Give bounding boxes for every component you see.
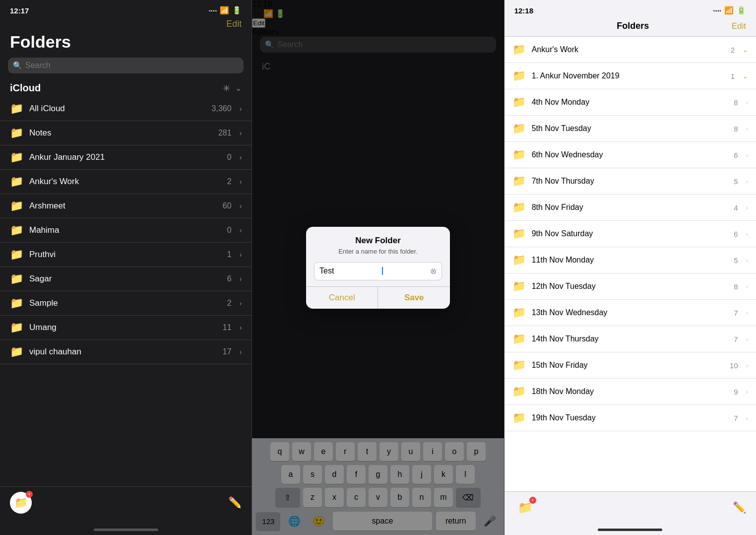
badge-1: +	[26, 491, 33, 498]
folder-count-3: 7	[734, 335, 738, 343]
folder-icon-3: 📁	[512, 411, 526, 424]
folder-item-arshmeet[interactable]: 📁 Arshmeet 60 ›	[0, 194, 252, 218]
folder-item-3-10[interactable]: 📁 13th Nov Wednesday 7 ›	[504, 300, 756, 326]
folder-name: Pruthvi	[29, 250, 221, 260]
folder-icon-3: 📁	[512, 69, 526, 82]
star-button-1[interactable]: ✳︎	[223, 83, 230, 94]
edit-button-3[interactable]: Edit	[732, 21, 746, 31]
chevron-right-icon: ›	[240, 299, 242, 307]
folder-item-ankur-jan[interactable]: 📁 Ankur January 2021 0 ›	[0, 145, 252, 170]
folder-count-3: 8	[734, 98, 738, 107]
status-bar-1: 12:17 ···· 📶 🔋	[0, 0, 252, 17]
folder-count: 2	[227, 299, 232, 308]
badge-3: +	[529, 497, 536, 504]
folder-count-3: 6	[734, 151, 738, 159]
signal-icon-3: ····	[713, 6, 721, 15]
folder-icon-3: 📁	[512, 306, 526, 319]
folder-item-pruthvi[interactable]: 📁 Pruthvi 1 ›	[0, 243, 252, 267]
status-bar-3: 12:18 ···· 📶 🔋	[504, 0, 756, 17]
folder-name: Mahima	[29, 225, 221, 235]
folder-item-3-4[interactable]: 📁 6th Nov Wednesday 6 ›	[504, 142, 756, 168]
folder-item-sample[interactable]: 📁 Sample 2 ›	[0, 291, 252, 316]
dialog-subtitle: Enter a name for this folder.	[314, 248, 442, 255]
folder-name-3: 4th Nov Monday	[532, 98, 728, 107]
folder-item-3-5[interactable]: 📁 7th Nov Thursday 5 ›	[504, 168, 756, 195]
folder-name-3: 19th Nov Tuesday	[532, 413, 728, 422]
folder-count: 17	[223, 347, 232, 356]
folder-item-3-14[interactable]: 📁 19th Nov Tuesday 7 ›	[504, 405, 756, 431]
chevron-right-icon: ›	[240, 251, 242, 259]
chevron-down-icon-3: ⌄	[743, 46, 748, 54]
folder-item-3-2[interactable]: 📁 4th Nov Monday 8 ›	[504, 89, 756, 116]
folder-icon-3: 📁	[512, 280, 526, 293]
new-folder-button-1[interactable]: 📁 +	[10, 492, 32, 514]
folder-count: 60	[223, 201, 232, 210]
folder-item-all-icloud[interactable]: 📁 All iCloud 3,360 ›	[0, 97, 252, 121]
folder-count-3: 10	[730, 361, 738, 370]
folder-name: Arshmeet	[29, 201, 217, 211]
dialog-input-row: Test ⊗	[306, 257, 450, 286]
folder-item-3-7[interactable]: 📁 9th Nov Saturday 6 ›	[504, 221, 756, 247]
folder-count: 0	[227, 153, 232, 162]
folder-name-3: 18th Nov Monday	[532, 387, 728, 396]
compose-button-1[interactable]: ✏️	[228, 496, 242, 509]
battery-icon-3: 🔋	[737, 6, 746, 15]
search-input-1[interactable]	[25, 61, 239, 70]
folder-item-notes[interactable]: 📁 Notes 281 ›	[0, 121, 252, 145]
status-icons-1: ···· 📶 🔋	[209, 6, 242, 15]
folder-icon-3: 📁	[512, 96, 526, 109]
folder-item-ankur-work[interactable]: 📁 Ankur's Work 2 ›	[0, 170, 252, 194]
folder-item-mahima[interactable]: 📁 Mahima 0 ›	[0, 218, 252, 243]
dialog-text-input[interactable]: Test ⊗	[314, 262, 442, 280]
folder-count-3: 7	[734, 414, 738, 422]
compose-button-3[interactable]: ✏️	[733, 501, 746, 514]
chevron-right-icon: ›	[240, 348, 242, 356]
folder-name-3: 9th Nov Saturday	[532, 229, 728, 238]
dialog-save-button[interactable]: Save	[378, 287, 450, 309]
folder-name-3: 12th Nov Tuesday	[532, 282, 728, 291]
folder-count: 3,360	[212, 104, 232, 113]
folder-item-umang[interactable]: 📁 Umang 11 ›	[0, 316, 252, 340]
folder-icon-3: 📁	[512, 385, 526, 398]
folder-item-3-13[interactable]: 📁 18th Nov Monday 9 ›	[504, 379, 756, 405]
folder-icon: 📁	[10, 272, 23, 285]
folder-name: Sagar	[29, 274, 221, 284]
bottom-bar-1: 📁 + ✏️	[0, 486, 252, 529]
folder-item-3-12[interactable]: 📁 15th Nov Friday 10 ›	[504, 352, 756, 379]
folder-name: vipul chauhan	[29, 347, 217, 357]
folder-list-3: 📁 Ankur's Work 2 ⌄ 📁 1. Ankur November 2…	[504, 37, 756, 491]
folder-item-3-9[interactable]: 📁 12th Nov Tuesday 8 ›	[504, 273, 756, 300]
clear-input-button[interactable]: ⊗	[430, 267, 437, 276]
bottom-bar-3: 📁 + ✏️	[504, 491, 756, 529]
folder-item-sagar[interactable]: 📁 Sagar 6 ›	[0, 267, 252, 291]
folder-item-3-3[interactable]: 📁 5th Nov Tuesday 8 ›	[504, 116, 756, 142]
chevron-right-icon-3: ›	[746, 204, 748, 211]
section-actions-1: ✳︎ ⌄	[223, 83, 242, 94]
folder-item-3-1[interactable]: 📁 1. Ankur November 2019 1 ⌄	[504, 63, 756, 89]
edit-button-1[interactable]: Edit	[226, 19, 242, 29]
folder-name: Sample	[29, 298, 221, 308]
folder-count: 6	[227, 274, 232, 283]
folder-name-3: 8th Nov Friday	[532, 203, 728, 212]
folder-name-3: 6th Nov Wednesday	[532, 150, 728, 159]
chevron-right-icon-3: ›	[746, 309, 748, 317]
new-folder-dialog: New Folder Enter a name for this folder.…	[306, 227, 450, 309]
search-bar-1[interactable]: 🔍	[8, 58, 244, 73]
dialog-cancel-button[interactable]: Cancel	[306, 287, 378, 309]
chevron-right-icon: ›	[240, 226, 242, 234]
new-folder-button-3[interactable]: 📁 +	[514, 497, 536, 519]
chevron-right-icon-3: ›	[746, 283, 748, 290]
panel-folders-dialog: 12:18 ···· 📶 🔋 Edit Folders 🔍 iC 📁 Ankur…	[252, 0, 504, 535]
folder-item-3-6[interactable]: 📁 8th Nov Friday 4 ›	[504, 195, 756, 221]
folder-name-3: 1. Ankur November 2019	[532, 71, 725, 80]
folder-icon: 📁	[10, 102, 23, 115]
folder-item-3-0[interactable]: 📁 Ankur's Work 2 ⌄	[504, 37, 756, 63]
folder-count-3: 2	[731, 46, 735, 54]
folder-count-3: 4	[734, 203, 738, 212]
folder-item-vipul[interactable]: 📁 vipul chauhan 17 ›	[0, 340, 252, 364]
folder-icon-3: 📁	[512, 227, 526, 240]
dialog-title: New Folder	[314, 236, 442, 246]
folder-item-3-11[interactable]: 📁 14th Nov Thursday 7 ›	[504, 326, 756, 352]
chevron-down-button-1[interactable]: ⌄	[235, 83, 242, 93]
folder-item-3-8[interactable]: 📁 11th Nov Monday 5 ›	[504, 247, 756, 273]
